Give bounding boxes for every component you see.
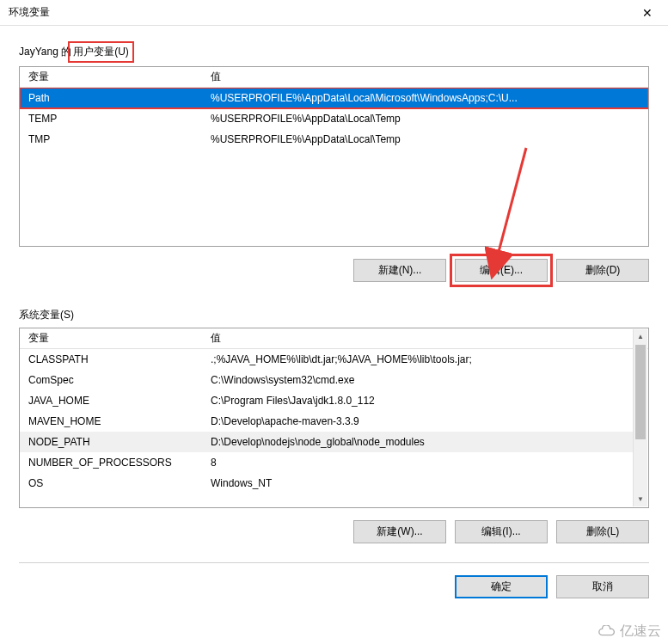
dialog-content: JayYang 的用户变量(U) 变量 值 Path %USERPROFILE%… <box>0 26 668 607</box>
col-header-variable[interactable]: 变量 <box>20 331 205 346</box>
var-name: NODE_PATH <box>20 436 205 448</box>
scroll-down-icon[interactable]: ▼ <box>634 492 647 506</box>
list-item[interactable]: MAVEN_HOME D:\Develop\apache-maven-3.3.9 <box>20 411 634 432</box>
user-vars-list[interactable]: 变量 值 Path %USERPROFILE%\AppData\Local\Mi… <box>19 66 649 247</box>
var-value: D:\Develop\apache-maven-3.3.9 <box>205 415 634 427</box>
close-icon[interactable]: ✕ <box>635 3 659 23</box>
var-name: MAVEN_HOME <box>20 415 205 427</box>
user-label-boxed: 用户变量(U) <box>68 41 134 63</box>
var-value: C:\Windows\system32\cmd.exe <box>205 374 634 386</box>
var-value: D:\Develop\nodejs\node_global\node_modul… <box>205 436 634 448</box>
var-value: %USERPROFILE%\AppData\Local\Microsoft\Wi… <box>205 92 648 104</box>
delete-system-var-button[interactable]: 删除(L) <box>556 520 649 543</box>
edit-system-var-button[interactable]: 编辑(I)... <box>455 520 548 543</box>
watermark: 亿速云 <box>598 623 661 641</box>
list-item[interactable]: NUMBER_OF_PROCESSORS 8 <box>20 452 634 473</box>
var-value: 8 <box>205 457 634 469</box>
list-item[interactable]: CLASSPATH .;%JAVA_HOME%\lib\dt.jar;%JAVA… <box>20 349 634 370</box>
dialog-title: 环境变量 <box>9 5 50 20</box>
dialog-buttons-row: 确定 取消 <box>19 575 649 598</box>
user-buttons-row: 新建(N)... 编辑(E)... 删除(D) <box>19 259 649 282</box>
ok-button[interactable]: 确定 <box>455 575 548 598</box>
var-name: JAVA_HOME <box>20 395 205 407</box>
var-value: Windows_NT <box>205 477 634 489</box>
system-vars-label: 系统变量(S) <box>19 308 649 322</box>
var-name: CLASSPATH <box>20 353 205 365</box>
scroll-up-icon[interactable]: ▲ <box>634 329 647 344</box>
system-list-header: 变量 值 <box>20 328 648 349</box>
var-value: .;%JAVA_HOME%\lib\dt.jar;%JAVA_HOME%\lib… <box>205 353 634 365</box>
var-name: ComSpec <box>20 374 205 386</box>
var-name: TMP <box>20 133 205 145</box>
list-item[interactable]: TEMP %USERPROFILE%\AppData\Local\Temp <box>20 108 648 129</box>
cancel-button[interactable]: 取消 <box>556 575 649 598</box>
list-item[interactable]: ComSpec C:\Windows\system32\cmd.exe <box>20 370 634 390</box>
edit-user-var-button[interactable]: 编辑(E)... <box>455 259 548 282</box>
col-header-value[interactable]: 值 <box>205 331 648 346</box>
new-system-var-button[interactable]: 新建(W)... <box>353 520 446 543</box>
col-header-variable[interactable]: 变量 <box>20 70 205 84</box>
list-item[interactable]: TMP %USERPROFILE%\AppData\Local\Temp <box>20 129 648 150</box>
var-value: C:\Program Files\Java\jdk1.8.0_112 <box>205 395 634 407</box>
delete-user-var-button[interactable]: 删除(D) <box>556 259 649 282</box>
cloud-icon <box>598 625 616 639</box>
var-name: OS <box>20 477 205 489</box>
col-header-value[interactable]: 值 <box>205 70 648 84</box>
var-name: NUMBER_OF_PROCESSORS <box>20 457 205 469</box>
list-item[interactable]: OS Windows_NT <box>20 473 634 494</box>
var-name: Path <box>20 92 205 104</box>
list-item[interactable]: Path %USERPROFILE%\AppData\Local\Microso… <box>20 88 648 108</box>
user-vars-label: JayYang 的用户变量(U) <box>19 43 649 61</box>
watermark-text: 亿速云 <box>620 623 661 641</box>
new-user-var-button[interactable]: 新建(N)... <box>353 259 446 282</box>
list-item[interactable]: NODE_PATH D:\Develop\nodejs\node_global\… <box>20 432 634 452</box>
var-value: %USERPROFILE%\AppData\Local\Temp <box>205 113 648 125</box>
system-vars-list[interactable]: 变量 值 CLASSPATH .;%JAVA_HOME%\lib\dt.jar;… <box>19 328 649 508</box>
titlebar: 环境变量 ✕ <box>0 0 668 26</box>
user-list-header: 变量 值 <box>20 67 648 88</box>
list-item[interactable]: JAVA_HOME C:\Program Files\Java\jdk1.8.0… <box>20 390 634 411</box>
var-value: %USERPROFILE%\AppData\Local\Temp <box>205 133 648 145</box>
scrollbar[interactable]: ▲ ▼ <box>633 329 647 506</box>
scroll-thumb[interactable] <box>635 345 646 439</box>
user-list-body: Path %USERPROFILE%\AppData\Local\Microso… <box>20 88 648 246</box>
system-list-body: CLASSPATH .;%JAVA_HOME%\lib\dt.jar;%JAVA… <box>20 349 648 507</box>
system-buttons-row: 新建(W)... 编辑(I)... 删除(L) <box>19 520 649 543</box>
user-label-prefix: JayYang 的 <box>19 46 71 58</box>
separator <box>19 562 649 563</box>
var-name: TEMP <box>20 113 205 125</box>
